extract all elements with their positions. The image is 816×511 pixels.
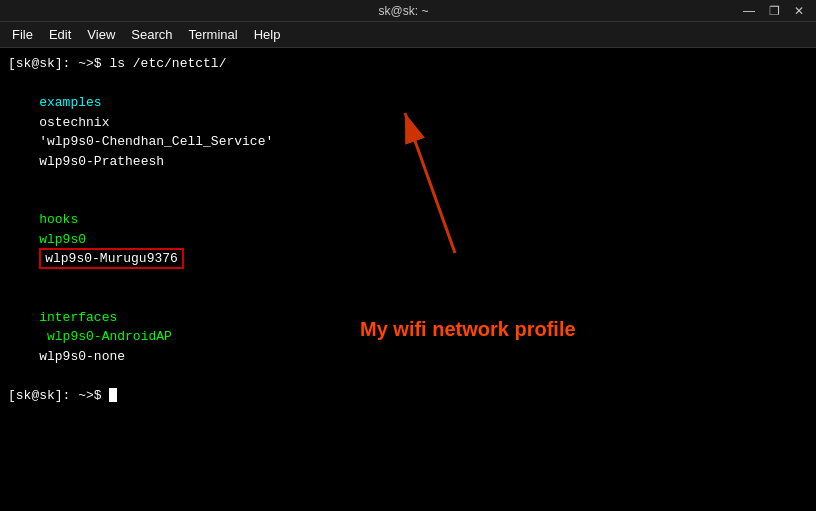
restore-button[interactable]: ❐	[765, 4, 784, 18]
menu-help[interactable]: Help	[246, 25, 289, 44]
cursor	[109, 388, 117, 402]
minimize-button[interactable]: —	[739, 4, 759, 18]
col-chendhan: 'wlp9s0-Chendhan_Cell_Service'	[39, 134, 289, 149]
col-androidap: wlp9s0-AndroidAP	[39, 329, 187, 344]
highlighted-murugu: wlp9s0-Murugu9376	[39, 248, 184, 269]
menu-terminal[interactable]: Terminal	[181, 25, 246, 44]
titlebar-controls: — ❐ ✕	[739, 4, 808, 18]
col-wlp9s0: wlp9s0	[39, 232, 156, 247]
close-button[interactable]: ✕	[790, 4, 808, 18]
menubar: File Edit View Search Terminal Help	[0, 22, 816, 48]
menu-search[interactable]: Search	[123, 25, 180, 44]
svg-line-1	[405, 113, 455, 253]
menu-file[interactable]: File	[4, 25, 41, 44]
col-ostechnix: ostechnix	[39, 115, 156, 130]
annotation-arrow	[395, 103, 475, 263]
col-interfaces: interfaces	[39, 310, 117, 325]
titlebar: sk@sk: ~ — ❐ ✕	[0, 0, 816, 22]
terminal-line-5: [sk@sk]: ~>$	[8, 386, 808, 406]
col-pratheesh: wlp9s0-Pratheesh	[39, 154, 164, 169]
menu-edit[interactable]: Edit	[41, 25, 79, 44]
annotation-text: My wifi network profile	[360, 318, 576, 341]
titlebar-title: sk@sk: ~	[68, 4, 739, 18]
terminal-area: [sk@sk]: ~>$ ls /etc/netctl/ examples os…	[0, 48, 816, 511]
menu-view[interactable]: View	[79, 25, 123, 44]
terminal-line-1: [sk@sk]: ~>$ ls /etc/netctl/	[8, 54, 808, 74]
col-hooks: hooks	[39, 212, 117, 227]
col-examples: examples	[39, 95, 117, 110]
col-wlp9s0-none: wlp9s0-none	[39, 349, 125, 364]
